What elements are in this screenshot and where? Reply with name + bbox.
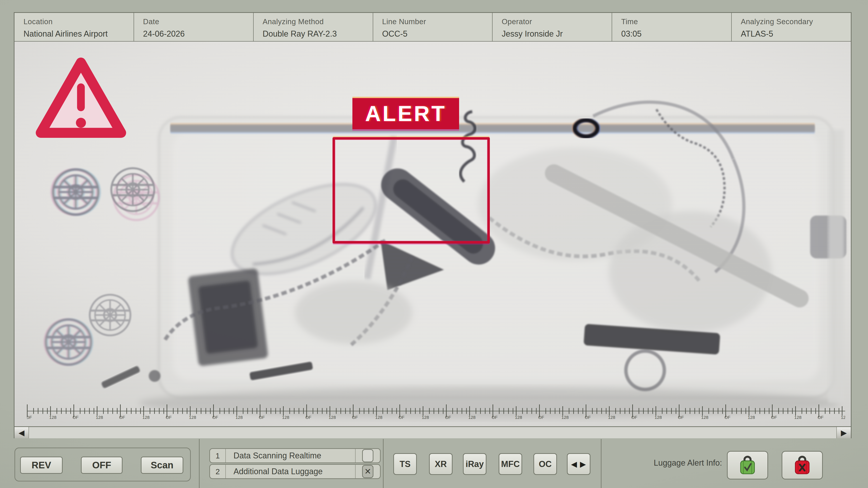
ruler-segment: OF <box>632 403 655 421</box>
ruler-tick-label: OF <box>445 415 451 420</box>
ruler-tick-label: OF <box>678 415 684 420</box>
scroll-right-button[interactable]: ▶ <box>836 427 851 438</box>
ruler-tick-label: OF <box>492 415 498 420</box>
ruler-segment: 128 <box>516 403 539 421</box>
row-index: 1 <box>210 449 226 462</box>
ruler-tick-label: OF <box>352 415 358 420</box>
luggage-deny-icon <box>792 454 813 477</box>
ruler-segment: 128 <box>842 403 845 421</box>
ruler-segment: 128 <box>283 403 306 421</box>
ruler-tick-label: 128 <box>375 415 382 420</box>
ruler-tick-label: OF <box>585 415 591 420</box>
ruler-tick-label: OF <box>817 415 824 420</box>
ruler-segment: 128 <box>50 403 73 421</box>
pager-arrows-button[interactable]: ◀ ▶ <box>567 453 590 475</box>
warning-triangle-icon <box>35 55 127 142</box>
ruler-segment: 128 <box>469 403 493 421</box>
scroll-right-icon: ▶ <box>841 428 847 437</box>
row-index: 2 <box>210 465 226 478</box>
ruler-tick-label: 128 <box>794 415 802 420</box>
field-label: Location <box>24 18 133 26</box>
header-field-analyzing-method: Analyzing Method Double Ray RAY-2.3 <box>254 13 373 41</box>
field-label: Analyzing Method <box>263 18 373 26</box>
luggage-approve-button[interactable] <box>727 451 768 480</box>
field-label: Date <box>143 18 253 26</box>
ruler-segment: OF <box>306 403 330 421</box>
scan-button[interactable]: Scan <box>141 457 183 474</box>
ruler-segment: 128 <box>143 403 166 421</box>
mode-button-xr[interactable]: XR <box>429 453 453 475</box>
ruler-segment: 128 <box>562 403 586 421</box>
ruler-tick-label: OF <box>166 415 172 420</box>
ruler-segment: OF <box>446 403 469 421</box>
ruler-segment: 128 <box>609 403 632 421</box>
mode-button-mfc[interactable]: MFC <box>499 453 522 475</box>
field-value: Jessy Ironside Jr <box>502 29 612 39</box>
ruler-segment: OF <box>213 403 237 421</box>
off-button[interactable]: OFF <box>81 457 123 474</box>
ruler: OF128OF128OF128OF128OF128OF128OF128OF128… <box>27 403 845 421</box>
ruler-tick-label: 128 <box>96 415 103 420</box>
mode-button-oc[interactable]: OC <box>533 453 557 475</box>
field-value: ATLAS-5 <box>741 29 851 39</box>
field-value: Double Ray RAY-2.3 <box>263 29 373 39</box>
row-label: Data Scanning Realtime <box>226 451 355 460</box>
ruler-tick-label: 128 <box>49 415 57 420</box>
ruler-tick-label: 128 <box>422 415 429 420</box>
ruler-segment: OF <box>493 403 516 421</box>
ruler-segment: 128 <box>97 403 120 421</box>
data-scanning-realtime-checkbox[interactable] <box>362 449 373 462</box>
data-option-row: 1 Data Scanning Realtime <box>209 448 381 463</box>
ruler-segment: OF <box>399 403 423 421</box>
scroll-left-button[interactable]: ◀ <box>14 427 29 438</box>
ruler-tick-label: 128 <box>468 415 475 420</box>
row-label: Additional Data Luggage <box>226 467 355 476</box>
ruler-segment: OF <box>73 403 97 421</box>
ruler-segment: OF <box>679 403 702 421</box>
row-check-cell: ✕ <box>355 465 380 478</box>
bottom-divider-2 <box>383 439 383 488</box>
mode-button-iray[interactable]: iRay <box>463 453 487 475</box>
ruler-tick-label: OF <box>538 415 544 420</box>
ruler-segment: OF <box>586 403 609 421</box>
horizontal-scrollbar[interactable]: ◀ ▶ <box>14 426 851 438</box>
ruler-tick-label: OF <box>399 415 404 420</box>
alert-banner: ALERT <box>352 98 459 129</box>
ruler-tick-label: OF <box>771 415 777 420</box>
ruler-tick-label: 128 <box>282 415 289 420</box>
header-field-operator: Operator Jessy Ironside Jr <box>493 13 612 41</box>
ruler-segment: OF <box>539 403 562 421</box>
luggage-approve-icon <box>737 454 758 477</box>
ruler-tick-label: OF <box>27 415 32 420</box>
ruler-tick-label: OF <box>631 415 637 420</box>
checkbox-x-icon: ✕ <box>364 467 371 476</box>
header-field-line-number: Line Number OCC-5 <box>373 13 493 41</box>
ruler-tick-label: 128 <box>841 415 845 420</box>
ruler-tick-label: OF <box>724 415 730 420</box>
ruler-segment: 128 <box>795 403 818 421</box>
ruler-tick-label: 128 <box>655 415 662 420</box>
ruler-tick-label: 128 <box>701 415 708 420</box>
alert-banner-text: ALERT <box>365 101 446 126</box>
bottom-divider-1 <box>199 439 199 488</box>
header-field-date: Date 24-06-2026 <box>134 13 254 41</box>
header-field-time: Time 03:05 <box>612 13 732 41</box>
ruler-segment: OF <box>120 403 143 421</box>
header-field-location: Location National Airlines Airport <box>14 13 134 41</box>
rev-button[interactable]: REV <box>20 457 63 474</box>
additional-data-luggage-checkbox[interactable]: ✕ <box>362 465 373 478</box>
data-option-row: 2 Additional Data Luggage ✕ <box>209 464 381 479</box>
field-label: Time <box>621 18 731 26</box>
ruler-tick-label: OF <box>212 415 218 420</box>
ruler-segment: OF <box>166 403 190 421</box>
field-label: Operator <box>502 18 612 26</box>
field-value: 24-06-2026 <box>143 29 253 39</box>
ruler-segment: OF <box>725 403 749 421</box>
ruler-tick-label: 128 <box>236 415 243 420</box>
luggage-deny-button[interactable] <box>782 451 823 480</box>
ruler-tick-label: 128 <box>561 415 569 420</box>
ruler-segment: 128 <box>237 403 260 421</box>
scroll-left-icon: ◀ <box>19 428 24 437</box>
mode-button-ts[interactable]: TS <box>393 453 417 475</box>
ruler-segment: 128 <box>423 403 446 421</box>
